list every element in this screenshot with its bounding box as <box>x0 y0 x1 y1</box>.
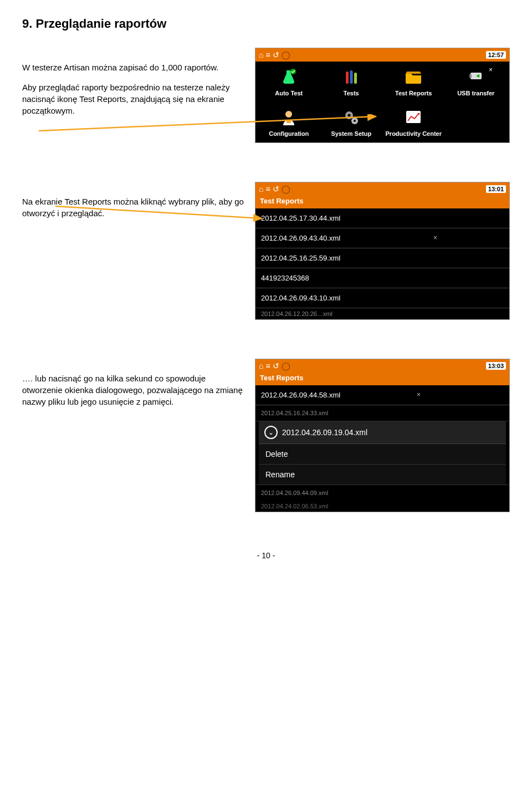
tile-label: Productivity Center <box>386 130 442 137</box>
status-bar: ⌂ ≡ ↺ ◯ 13:03 <box>255 359 509 373</box>
screen-title: Test Reports <box>255 196 509 208</box>
svg-rect-12 <box>287 120 291 123</box>
gears-icon <box>341 108 361 128</box>
list-item-dim: 2012.04.25.16.24.33.xml <box>255 405 509 421</box>
close-icon[interactable]: × <box>489 66 493 74</box>
screenshot-list: ⌂ ≡ ↺ ◯ 13:01 Test Reports 2012.04.25.17… <box>255 182 510 320</box>
flask-icon <box>279 67 299 87</box>
circle-icon: ◯ <box>282 185 290 193</box>
back-icon[interactable]: ↺ <box>273 50 279 59</box>
list-item[interactable]: 2012.04.26.09.44.58.xml × <box>255 385 509 405</box>
menu-icon[interactable]: ≡ <box>265 185 270 193</box>
svg-rect-4 <box>350 70 352 84</box>
dialog-option-rename[interactable]: Rename <box>259 465 506 485</box>
tile-configuration[interactable]: Configuration <box>258 108 320 137</box>
list-item[interactable]: 2012.04.25.17.30.44.xml <box>255 208 509 228</box>
paragraph-2: Aby przeglądać raporty bezpośrednio na t… <box>22 81 244 116</box>
svg-rect-19 <box>406 111 421 123</box>
clock: 12:57 <box>486 51 506 59</box>
close-icon[interactable]: × <box>433 234 437 242</box>
chart-icon <box>403 108 423 128</box>
close-icon[interactable]: × <box>417 391 421 399</box>
tile-usb-transfer[interactable]: USB transfer <box>445 67 508 96</box>
page-heading: 9. Przeglądanie raportów <box>22 17 510 31</box>
back-icon[interactable]: ↺ <box>273 185 279 193</box>
home-icon[interactable]: ⌂ <box>259 185 263 193</box>
clock: 13:03 <box>486 362 506 370</box>
svg-point-15 <box>347 114 350 117</box>
menu-icon[interactable]: ≡ <box>265 50 270 59</box>
svg-rect-3 <box>346 72 349 84</box>
folder-icon <box>403 67 423 87</box>
home-icon[interactable]: ⌂ <box>259 361 263 370</box>
paragraph-4: …. lub nacisnąć go na kilka sekund co sp… <box>22 373 244 407</box>
circle-icon: ◯ <box>282 361 290 370</box>
circle-icon: ◯ <box>282 50 290 59</box>
svg-rect-5 <box>354 73 357 84</box>
chevron-down-icon: ⌄ <box>264 426 278 439</box>
context-dialog: ⌄ 2012.04.26.09.19.04.xml Delete Rename <box>259 421 506 485</box>
status-bar: ⌂ ≡ ↺ ◯ 12:57 <box>255 48 509 62</box>
tile-auto-test[interactable]: Auto Test <box>258 67 320 96</box>
text-block-2: Na ekranie Test Reports można kliknąć wy… <box>22 182 244 227</box>
tile-label: Tests <box>344 90 359 96</box>
dialog-file-name: 2012.04.26.09.19.04.xml <box>282 428 367 437</box>
list-item[interactable]: 2012.04.25.16.25.59.xml <box>255 248 509 268</box>
file-name: 2012.04.26.09.44.58.xml <box>261 391 340 399</box>
svg-point-11 <box>285 111 292 118</box>
paragraph-3: Na ekranie Test Reports można kliknąć wy… <box>22 196 244 219</box>
row-2: Na ekranie Test Reports można kliknąć wy… <box>22 182 510 320</box>
tile-label: Test Reports <box>395 90 432 96</box>
svg-rect-9 <box>469 74 472 78</box>
back-icon[interactable]: ↺ <box>273 361 279 370</box>
clock: 13:01 <box>486 185 506 193</box>
menu-icon[interactable]: ≡ <box>265 361 270 370</box>
tubes-icon <box>341 67 361 87</box>
text-block-1: W testerze Artisan można zapisać do 1,00… <box>22 48 244 125</box>
tile-tests[interactable]: Tests <box>320 67 383 96</box>
dialog-title: ⌄ 2012.04.26.09.19.04.xml <box>259 421 506 444</box>
list-item-dim: 2012.04.26.09.44.09.xml <box>255 485 509 501</box>
screenshot-home: ⌂ ≡ ↺ ◯ 12:57 × Auto Test Tests <box>255 48 510 143</box>
row-1: W testerze Artisan można zapisać do 1,00… <box>22 48 510 143</box>
screen-title: Test Reports <box>255 373 509 385</box>
file-name: 2012.04.26.09.43.40.xml <box>261 234 340 242</box>
text-block-3: …. lub nacisnąć go na kilka sekund co sp… <box>22 359 244 416</box>
tile-label: Configuration <box>269 130 309 137</box>
list-item[interactable]: 441923245368 <box>255 268 509 288</box>
row-3: …. lub nacisnąć go na kilka sekund co sp… <box>22 359 510 512</box>
tile-test-reports[interactable]: Test Reports <box>382 67 445 96</box>
home-icon[interactable]: ⌂ <box>259 50 263 59</box>
tile-label: Auto Test <box>275 90 303 96</box>
status-bar: ⌂ ≡ ↺ ◯ 13:01 <box>255 182 509 196</box>
list-item-cutoff: 2012.04.24.02.06.53.xml <box>255 501 509 512</box>
list-item[interactable]: 2012.04.26.09.43.10.xml <box>255 288 509 308</box>
person-icon <box>279 108 299 128</box>
tile-label: System Setup <box>331 130 371 137</box>
screenshot-dialog: ⌂ ≡ ↺ ◯ 13:03 Test Reports 2012.04.26.09… <box>255 359 510 512</box>
tile-system-setup[interactable]: System Setup <box>320 108 383 137</box>
dialog-option-delete[interactable]: Delete <box>259 444 506 465</box>
list-item[interactable]: 2012.04.26.09.43.40.xml × <box>255 228 509 248</box>
tile-label: USB transfer <box>457 90 494 96</box>
tile-productivity[interactable]: Productivity Center <box>382 108 445 137</box>
list-item-cutoff: 2012.04.26.12.20.26…xml <box>255 308 509 319</box>
usb-icon <box>466 67 486 87</box>
page-number: - 10 - <box>22 551 510 560</box>
paragraph-1: W testerze Artisan można zapisać do 1,00… <box>22 62 244 73</box>
svg-point-17 <box>354 120 356 122</box>
